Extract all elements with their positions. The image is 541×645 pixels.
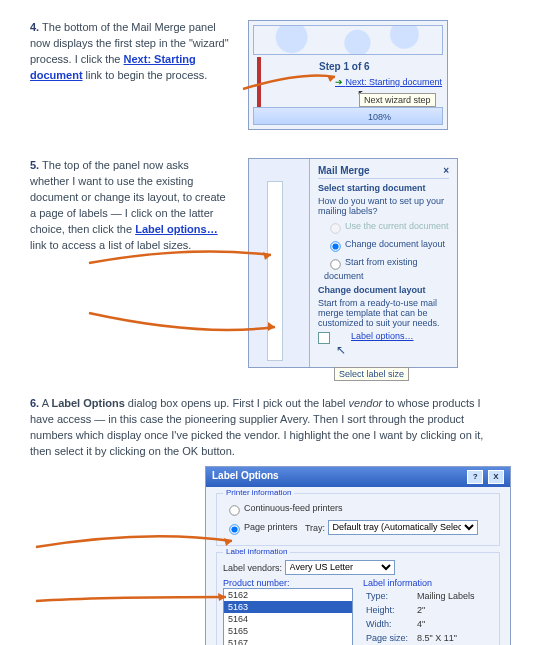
label-options-link[interactable]: Label options… — [135, 223, 218, 235]
mail-merge-task-pane: Mail Merge× Select starting document How… — [310, 159, 457, 367]
label-options-panel-link[interactable]: Label options… — [351, 331, 414, 341]
product-number-list[interactable]: 5162 5163 5164 5165 5167 5168 — [223, 588, 353, 645]
label-vendors-select[interactable]: Avery US Letter — [285, 560, 395, 575]
step-5: 5. The top of the panel now asks whether… — [30, 158, 511, 368]
dialog-title: Label Options — [212, 470, 279, 484]
screenshot-label-options-dialog: Label Options ? X Printer information Co… — [205, 466, 511, 645]
screenshot-mail-merge-panel: Mail Merge× Select starting document How… — [248, 158, 458, 368]
callout-arrow — [36, 595, 236, 617]
product-number-label: Product number: — [223, 578, 353, 588]
dialog-titlebar: Label Options ? X — [206, 467, 510, 487]
tray-label: Tray: — [305, 522, 325, 532]
step-6: 6. A Label Options dialog box opens up. … — [30, 396, 511, 645]
list-item[interactable]: 5164 — [224, 613, 352, 625]
list-item[interactable]: 5167 — [224, 637, 352, 645]
zoom-level: 108% — [368, 109, 391, 125]
section-change-layout: Change document layout — [318, 285, 449, 295]
wizard-tooltip: Next wizard step — [359, 93, 436, 107]
wizard-next-link[interactable]: ➔ Next: Starting document — [335, 77, 442, 87]
callout-arrow — [89, 247, 279, 271]
close-icon[interactable]: X — [488, 470, 504, 484]
radio-existing-doc[interactable]: Start from existing document — [324, 255, 449, 281]
list-item[interactable]: 5163 — [224, 601, 352, 613]
callout-arrow — [89, 309, 289, 339]
label-information-group: Label information Label vendors: Avery U… — [216, 552, 500, 645]
screenshot-step-1-of-6: Step 1 of 6 ➔ Next: Starting document ↖ … — [248, 20, 448, 130]
list-item[interactable]: 5165 — [224, 625, 352, 637]
step-4: 4. The bottom of the Mail Merge panel no… — [30, 20, 511, 130]
section-select-doc: Select starting document — [318, 183, 449, 193]
callout-arrow — [36, 533, 236, 555]
select-label-size-tooltip: Select label size — [334, 367, 409, 381]
callout-arrow — [243, 71, 343, 95]
radio-change-layout[interactable]: Change document layout — [324, 237, 449, 253]
step-5-text: 5. The top of the panel now asks whether… — [30, 158, 230, 254]
panel-title: Mail Merge× — [318, 165, 449, 179]
step-4-text: 4. The bottom of the Mail Merge panel no… — [30, 20, 230, 84]
step-6-num: 6. — [30, 397, 39, 409]
close-icon[interactable]: × — [443, 165, 449, 176]
step-6-text: 6. A Label Options dialog box opens up. … — [30, 396, 499, 460]
radio-use-current[interactable]: Use the current document — [324, 219, 449, 235]
label-vendors-label: Label vendors: — [223, 562, 282, 572]
step-4-num: 4. — [30, 21, 39, 33]
cursor-icon: ↖ — [336, 343, 449, 357]
label-icon — [318, 332, 330, 344]
printer-information-group: Printer information Continuous-feed prin… — [216, 493, 500, 546]
radio-continuous-feed[interactable]: Continuous-feed printers — [223, 503, 343, 513]
help-icon[interactable]: ? — [467, 470, 483, 484]
step-5-num: 5. — [30, 159, 39, 171]
status-bar — [253, 107, 443, 125]
list-item[interactable]: 5162 — [224, 589, 352, 601]
radio-page-printers[interactable]: Page printers — [223, 522, 298, 532]
label-info-table: Type:Mailing Labels Height:2" Width:4" P… — [363, 588, 478, 645]
tray-select[interactable]: Default tray (Automatically Select) — [328, 520, 478, 535]
label-info-heading: Label information — [363, 578, 493, 588]
